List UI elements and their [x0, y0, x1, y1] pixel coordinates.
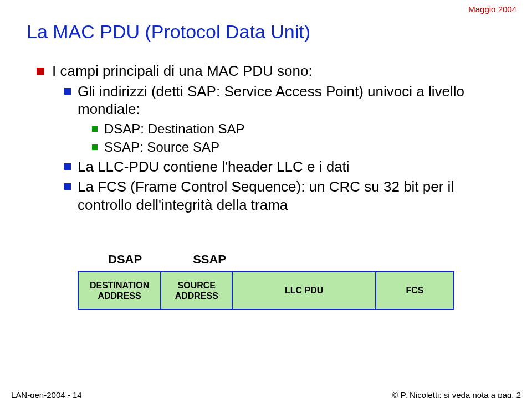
bullet-square-icon — [64, 163, 71, 170]
bullet-square-icon — [64, 88, 71, 95]
bullet-text: DSAP: Destination SAP — [104, 121, 244, 137]
bullet-level2: La FCS (Frame Control Sequence): un CRC … — [64, 178, 503, 214]
cell-destination-address: DESTINATION ADDRESS — [79, 272, 161, 309]
dsap-label: DSAP — [108, 252, 142, 267]
header-date: Maggio 2004 — [468, 4, 516, 14]
bullet-level1: I campi principali di una MAC PDU sono: — [37, 62, 503, 80]
bullet-square-icon — [64, 183, 71, 190]
bullet-text: I campi principali di una MAC PDU sono: — [52, 62, 313, 80]
footer-right: © P. Nicoletti: si veda nota a pag. 2 — [392, 390, 521, 398]
bullet-square-icon — [37, 68, 44, 75]
bullet-level3: SSAP: Source SAP — [92, 139, 503, 156]
ssap-label: SSAP — [193, 252, 226, 267]
pdu-table: DESTINATION ADDRESS SOURCE ADDRESS LLC P… — [78, 271, 454, 310]
footer-left: LAN-gen-2004 - 14 — [11, 390, 82, 398]
pdu-diagram: DSAP SSAP DESTINATION ADDRESS SOURCE ADD… — [78, 252, 466, 310]
page-title: La MAC PDU (Protocol Data Unit) — [27, 21, 310, 43]
bullet-square-icon — [92, 126, 98, 132]
bullet-text: La FCS (Frame Control Sequence): un CRC … — [78, 178, 503, 214]
content-area: I campi principali di una MAC PDU sono: … — [27, 55, 503, 216]
cell-fcs: FCS — [376, 272, 453, 309]
cell-source-address: SOURCE ADDRESS — [161, 272, 233, 309]
bullet-text: La LLC-PDU contiene l'header LLC e i dat… — [78, 158, 350, 176]
bullet-text: Gli indirizzi (detti SAP: Service Access… — [78, 82, 503, 118]
bullet-level2: La LLC-PDU contiene l'header LLC e i dat… — [64, 158, 503, 176]
cell-llc-pdu: LLC PDU — [233, 272, 376, 309]
bullet-text: SSAP: Source SAP — [104, 139, 219, 156]
diagram-labels: DSAP SSAP — [108, 252, 466, 267]
bullet-level3: DSAP: Destination SAP — [92, 121, 503, 137]
bullet-square-icon — [92, 144, 98, 150]
bullet-level2: Gli indirizzi (detti SAP: Service Access… — [64, 82, 503, 118]
